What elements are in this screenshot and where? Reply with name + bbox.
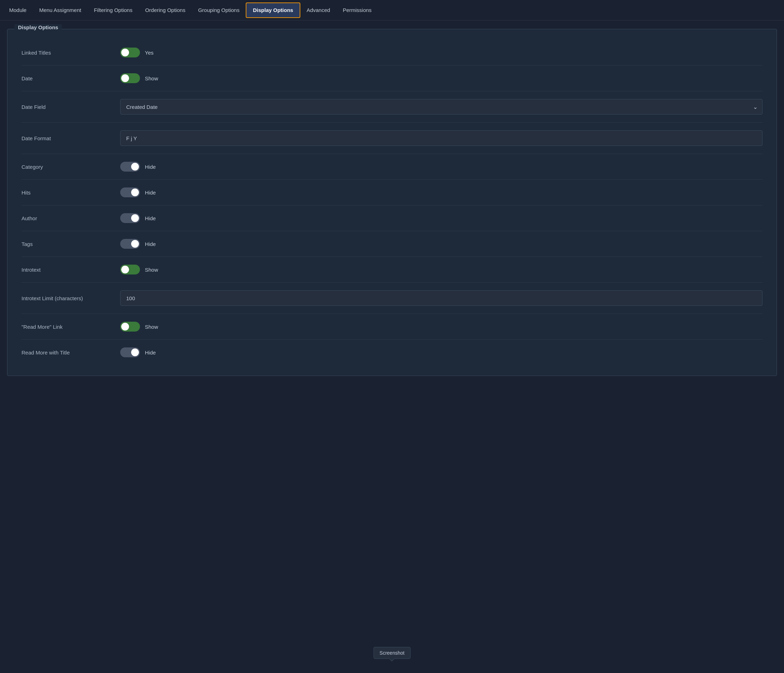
field-control-date: Show	[120, 73, 762, 83]
toggle-label-read-more-with-title: Hide	[145, 350, 156, 356]
field-label-date-field: Date Field	[22, 104, 120, 110]
field-row-linked-titles: Linked TitlesYes	[22, 40, 762, 65]
field-row-tags: TagsHide	[22, 231, 762, 257]
nav-item-module[interactable]: Module	[3, 3, 33, 18]
display-options-panel: Display Options Linked TitlesYesDateShow…	[7, 29, 777, 376]
toggle-read-more-with-title[interactable]	[120, 347, 140, 357]
field-label-hits: Hits	[22, 190, 120, 196]
toggle-hits[interactable]	[120, 188, 140, 197]
field-label-linked-titles: Linked Titles	[22, 50, 120, 56]
text-input-introtext-limit[interactable]	[120, 290, 762, 306]
field-row-read-more-link: "Read More" LinkShow	[22, 314, 762, 340]
field-row-introtext-limit: Introtext Limit (characters)	[22, 283, 762, 314]
field-row-read-more-with-title: Read More with TitleHide	[22, 340, 762, 365]
field-label-introtext: Introtext	[22, 267, 120, 273]
toggle-label-linked-titles: Yes	[145, 50, 153, 56]
field-control-date-field: Created DateModified DatePublished Date⌄	[120, 99, 762, 115]
select-wrapper-date-field: Created DateModified DatePublished Date⌄	[120, 99, 762, 115]
toggle-label-date: Show	[145, 75, 158, 81]
field-label-tags: Tags	[22, 241, 120, 247]
field-control-read-more-with-title: Hide	[120, 347, 762, 357]
toggle-label-hits: Hide	[145, 190, 156, 196]
field-row-author: AuthorHide	[22, 205, 762, 231]
nav-item-menu-assignment[interactable]: Menu Assignment	[33, 3, 87, 18]
field-label-author: Author	[22, 215, 120, 221]
field-control-tags: Hide	[120, 239, 762, 249]
field-control-linked-titles: Yes	[120, 48, 762, 58]
toggle-label-introtext: Show	[145, 267, 158, 273]
nav-item-display-options[interactable]: Display Options	[246, 3, 300, 18]
toggle-read-more-link[interactable]	[120, 322, 140, 331]
nav-item-advanced[interactable]: Advanced	[300, 3, 337, 18]
field-control-read-more-link: Show	[120, 322, 762, 331]
field-row-introtext: IntrotextShow	[22, 257, 762, 283]
toggle-date[interactable]	[120, 73, 140, 83]
toggle-tags[interactable]	[120, 239, 140, 249]
field-label-introtext-limit: Introtext Limit (characters)	[22, 295, 120, 301]
field-control-author: Hide	[120, 213, 762, 223]
nav-item-grouping-options[interactable]: Grouping Options	[192, 3, 246, 18]
field-control-date-format	[120, 131, 762, 146]
toggle-linked-titles[interactable]	[120, 48, 140, 58]
field-label-read-more-with-title: Read More with Title	[22, 350, 120, 356]
field-label-date: Date	[22, 75, 120, 81]
top-navigation: ModuleMenu AssignmentFiltering OptionsOr…	[0, 0, 784, 20]
field-row-hits: HitsHide	[22, 180, 762, 205]
panel-title: Display Options	[14, 24, 62, 30]
toggle-introtext[interactable]	[120, 264, 140, 275]
nav-item-filtering-options[interactable]: Filtering Options	[87, 3, 138, 18]
field-label-read-more-link: "Read More" Link	[22, 324, 120, 330]
toggle-label-author: Hide	[145, 215, 156, 221]
field-row-date: DateShow	[22, 65, 762, 91]
field-row-date-field: Date FieldCreated DateModified DatePubli…	[22, 91, 762, 123]
screenshot-tooltip: Screenshot	[374, 647, 411, 659]
field-row-category: CategoryHide	[22, 154, 762, 180]
toggle-category[interactable]	[120, 162, 140, 172]
toggle-label-read-more-link: Show	[145, 324, 158, 330]
toggle-label-tags: Hide	[145, 241, 156, 247]
text-input-date-format[interactable]	[120, 131, 762, 146]
field-control-introtext-limit	[120, 290, 762, 306]
field-label-date-format: Date Format	[22, 135, 120, 141]
field-row-date-format: Date Format	[22, 123, 762, 154]
select-date-field[interactable]: Created DateModified DatePublished Date	[120, 99, 762, 115]
nav-item-ordering-options[interactable]: Ordering Options	[139, 3, 192, 18]
field-control-introtext: Show	[120, 264, 762, 275]
toggle-label-category: Hide	[145, 164, 156, 170]
field-control-category: Hide	[120, 162, 762, 172]
nav-item-permissions[interactable]: Permissions	[336, 3, 378, 18]
toggle-author[interactable]	[120, 213, 140, 223]
field-control-hits: Hide	[120, 188, 762, 197]
field-label-category: Category	[22, 164, 120, 170]
main-content: Display Options Linked TitlesYesDateShow…	[0, 20, 784, 384]
